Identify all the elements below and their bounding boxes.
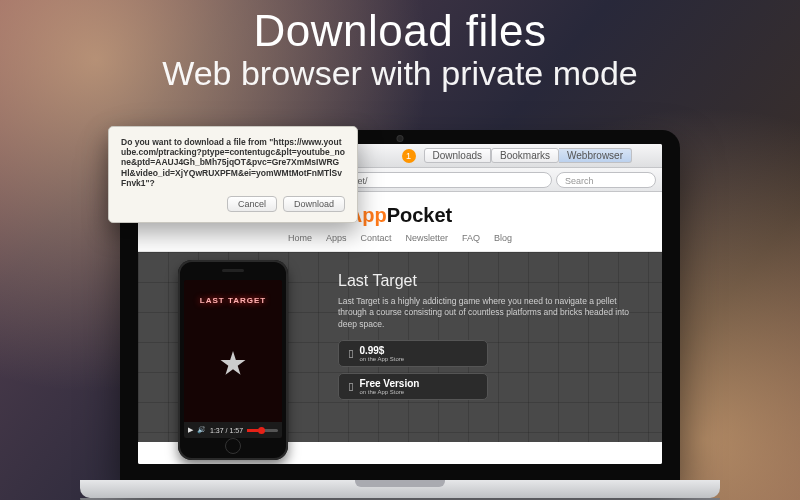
hero-section: LAST TARGET ▶ 🔊 1:37 / 1:57 (138, 252, 662, 442)
free-button[interactable]:  Free Version on the App Store (338, 373, 488, 400)
apple-icon:  (349, 348, 353, 360)
tab-segment: Downloads Bookmarks Webbrowser (424, 148, 632, 163)
nav-contact[interactable]: Contact (360, 233, 391, 243)
star-icon (220, 351, 246, 377)
play-icon[interactable]: ▶ (188, 426, 193, 434)
download-button[interactable]: Download (283, 196, 345, 212)
hero-body: Last Target is a highly addicting game w… (338, 296, 640, 330)
nav-newsletter[interactable]: Newsletter (406, 233, 449, 243)
video-controls[interactable]: ▶ 🔊 1:37 / 1:57 (184, 422, 282, 438)
download-dialog-message: Do you want to download a file from "htt… (121, 137, 345, 188)
video-time: 1:37 / 1:57 (210, 427, 243, 434)
download-badge[interactable]: 1 (402, 149, 416, 163)
game-title: LAST TARGET (184, 296, 282, 305)
nav-home[interactable]: Home (288, 233, 312, 243)
nav-faq[interactable]: FAQ (462, 233, 480, 243)
hero-title: Last Target (338, 272, 640, 290)
nav-blog[interactable]: Blog (494, 233, 512, 243)
promo-headline: Download files Web browser with private … (0, 6, 800, 93)
laptop-base (80, 480, 720, 498)
site-nav: Home Apps Contact Newsletter FAQ Blog (138, 233, 662, 252)
tab-webbrowser[interactable]: Webbrowser (559, 148, 632, 163)
buy-button[interactable]:  0.99$ on the App Store (338, 340, 488, 367)
search-input[interactable]: Search (556, 172, 656, 188)
download-dialog: Do you want to download a file from "htt… (108, 126, 358, 223)
tab-bookmarks[interactable]: Bookmarks (491, 148, 559, 163)
phone-mockup: LAST TARGET ▶ 🔊 1:37 / 1:57 (178, 260, 288, 460)
volume-icon[interactable]: 🔊 (197, 426, 206, 434)
headline-title: Download files (0, 6, 800, 56)
tab-downloads[interactable]: Downloads (424, 148, 491, 163)
nav-apps[interactable]: Apps (326, 233, 347, 243)
apple-icon:  (349, 381, 353, 393)
camera-dot (398, 136, 403, 141)
cancel-button[interactable]: Cancel (227, 196, 277, 212)
video-track[interactable] (247, 429, 278, 432)
headline-subtitle: Web browser with private mode (0, 54, 800, 93)
web-page: AppPocket Home Apps Contact Newsletter F… (138, 192, 662, 464)
